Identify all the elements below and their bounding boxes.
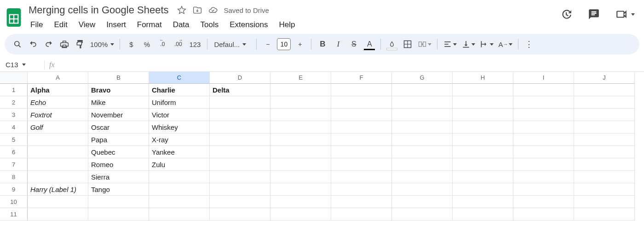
decrease-font-button[interactable]: −: [260, 37, 275, 52]
cell-D5[interactable]: [210, 134, 270, 146]
cell-C8[interactable]: [149, 171, 210, 183]
cell-C11[interactable]: [149, 208, 210, 221]
cell-B6[interactable]: Quebec: [88, 146, 149, 158]
cell-H6[interactable]: [453, 146, 513, 158]
row-header-9[interactable]: 9: [0, 183, 28, 196]
cell-D8[interactable]: [210, 171, 270, 183]
row-header-2[interactable]: 2: [0, 96, 28, 109]
column-header-B[interactable]: B: [88, 72, 149, 84]
menu-tools[interactable]: Tools: [196, 18, 224, 31]
row-header-5[interactable]: 5: [0, 134, 28, 146]
cell-C1[interactable]: Charlie: [149, 84, 210, 96]
cell-F10[interactable]: [331, 196, 392, 208]
cell-C9[interactable]: [149, 183, 210, 196]
cell-E1[interactable]: [270, 84, 331, 96]
star-icon[interactable]: [176, 5, 187, 16]
row-header-11[interactable]: 11: [0, 208, 28, 221]
vertical-align-button[interactable]: [460, 37, 477, 52]
cell-J9[interactable]: [574, 183, 635, 196]
cell-C2[interactable]: Uniform: [149, 96, 210, 109]
move-folder-icon[interactable]: [192, 5, 203, 16]
cell-C6[interactable]: Yankee: [149, 146, 210, 158]
cell-A1[interactable]: Alpha: [28, 84, 88, 96]
menu-extensions[interactable]: Extensions: [225, 18, 272, 31]
cell-J6[interactable]: [574, 146, 635, 158]
column-header-F[interactable]: F: [331, 72, 392, 84]
cell-C3[interactable]: Victor: [149, 109, 210, 121]
row-header-8[interactable]: 8: [0, 171, 28, 183]
cell-F1[interactable]: [331, 84, 392, 96]
cell-B3[interactable]: November: [88, 109, 149, 121]
cell-E11[interactable]: [270, 208, 331, 221]
cell-E5[interactable]: [270, 134, 331, 146]
horizontal-align-button[interactable]: [441, 37, 459, 52]
cell-D4[interactable]: [210, 121, 270, 134]
cell-E8[interactable]: [270, 171, 331, 183]
cell-G8[interactable]: [392, 171, 453, 183]
zoom-select[interactable]: 100%: [88, 41, 116, 48]
cell-D2[interactable]: [210, 96, 270, 109]
menu-data[interactable]: Data: [168, 18, 194, 31]
cell-I6[interactable]: [513, 146, 574, 158]
cell-F4[interactable]: [331, 121, 392, 134]
name-box[interactable]: C13: [0, 61, 44, 69]
percent-button[interactable]: %: [139, 37, 154, 52]
column-header-H[interactable]: H: [453, 72, 513, 84]
row-header-10[interactable]: 10: [0, 196, 28, 208]
bold-button[interactable]: B: [315, 37, 330, 52]
cell-A4[interactable]: Golf: [28, 121, 88, 134]
cell-F6[interactable]: [331, 146, 392, 158]
column-header-D[interactable]: D: [210, 72, 270, 84]
cell-A5[interactable]: [28, 134, 88, 146]
cell-A6[interactable]: [28, 146, 88, 158]
column-header-E[interactable]: E: [270, 72, 331, 84]
format-123-button[interactable]: 123: [186, 37, 203, 52]
row-header-1[interactable]: 1: [0, 84, 28, 96]
cell-B5[interactable]: Papa: [88, 134, 149, 146]
cell-C7[interactable]: Zulu: [149, 158, 210, 171]
cell-H9[interactable]: [453, 183, 513, 196]
column-header-G[interactable]: G: [392, 72, 453, 84]
cell-G10[interactable]: [392, 196, 453, 208]
cell-D3[interactable]: [210, 109, 270, 121]
cell-F11[interactable]: [331, 208, 392, 221]
cell-H3[interactable]: [453, 109, 513, 121]
cell-I11[interactable]: [513, 208, 574, 221]
cell-A11[interactable]: [28, 208, 88, 221]
toolbar-more-icon[interactable]: ⋮: [522, 37, 537, 52]
cell-I3[interactable]: [513, 109, 574, 121]
comment-icon[interactable]: [586, 6, 602, 22]
cell-H8[interactable]: [453, 171, 513, 183]
currency-button[interactable]: $: [124, 37, 138, 52]
cell-G9[interactable]: [392, 183, 453, 196]
cell-G5[interactable]: [392, 134, 453, 146]
strikethrough-button[interactable]: S: [346, 37, 361, 52]
cell-E3[interactable]: [270, 109, 331, 121]
menu-help[interactable]: Help: [274, 18, 299, 31]
cell-B4[interactable]: Oscar: [88, 121, 149, 134]
cell-F7[interactable]: [331, 158, 392, 171]
cell-D9[interactable]: [210, 183, 270, 196]
cell-I4[interactable]: [513, 121, 574, 134]
text-color-button[interactable]: A: [362, 37, 377, 52]
cell-J1[interactable]: [574, 84, 635, 96]
formula-bar-input[interactable]: [59, 58, 644, 71]
cell-F5[interactable]: [331, 134, 392, 146]
cell-D6[interactable]: [210, 146, 270, 158]
meet-button[interactable]: [614, 6, 635, 22]
cell-A7[interactable]: [28, 158, 88, 171]
cell-I8[interactable]: [513, 171, 574, 183]
cell-F3[interactable]: [331, 109, 392, 121]
cloud-saved-icon[interactable]: [207, 5, 218, 16]
menu-insert[interactable]: Insert: [102, 18, 131, 31]
cell-E10[interactable]: [270, 196, 331, 208]
increase-decimal-button[interactable]: .00→: [171, 37, 185, 52]
cell-G2[interactable]: [392, 96, 453, 109]
sheets-logo[interactable]: [5, 6, 23, 29]
decrease-decimal-button[interactable]: .0←: [155, 37, 170, 52]
increase-font-button[interactable]: +: [293, 37, 307, 52]
redo-icon[interactable]: [41, 37, 56, 52]
cell-B10[interactable]: [88, 196, 149, 208]
cell-G1[interactable]: [392, 84, 453, 96]
cell-D1[interactable]: Delta: [210, 84, 270, 96]
